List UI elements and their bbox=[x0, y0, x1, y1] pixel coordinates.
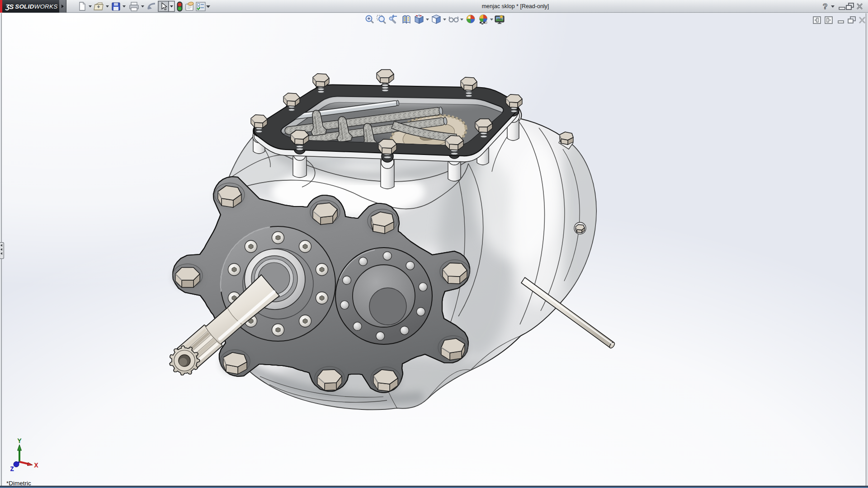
socket-screw bbox=[316, 263, 328, 276]
plate-hex-bolt bbox=[175, 267, 200, 287]
plate-hex-bolt bbox=[317, 370, 342, 390]
triad-z-label: Z bbox=[10, 466, 14, 472]
brand-name: SOLIDWORKS bbox=[15, 3, 57, 10]
collapse-left-pane-button[interactable] bbox=[813, 17, 821, 23]
svg-text:?: ? bbox=[823, 2, 827, 11]
plate-hex-bolt bbox=[223, 352, 247, 374]
plate-hex-bolt bbox=[313, 203, 337, 225]
dome-bolt bbox=[376, 332, 385, 340]
stud-hex-head bbox=[377, 70, 394, 83]
previous-view-button[interactable] bbox=[389, 15, 397, 23]
stud-hex-head bbox=[475, 119, 492, 132]
expand-arrow-icon bbox=[61, 5, 64, 8]
socket-screw bbox=[272, 324, 284, 336]
title-bar: ƷS SOLIDWORKS bbox=[0, 0, 868, 13]
triad-z-axis: Z bbox=[10, 462, 19, 473]
plate-hex-bolt bbox=[371, 212, 394, 234]
open-caret-icon[interactable] bbox=[106, 5, 109, 8]
dome-bolt bbox=[383, 252, 392, 260]
dome-bolt bbox=[343, 276, 351, 285]
dome-hex-bolt-2 bbox=[576, 225, 585, 233]
collapse-arrow-icon bbox=[0, 244, 2, 247]
dome-bolt bbox=[400, 326, 409, 335]
dome-bolt bbox=[359, 257, 368, 266]
print-caret-icon[interactable] bbox=[141, 5, 144, 8]
open-button[interactable] bbox=[94, 3, 103, 10]
viewport-3d-scene[interactable] bbox=[2, 13, 866, 486]
new-document-button[interactable] bbox=[80, 2, 85, 10]
socket-screw bbox=[299, 315, 311, 327]
view-orientation-button[interactable] bbox=[415, 15, 423, 23]
plate-hex-bolt bbox=[218, 186, 241, 207]
save-button[interactable] bbox=[112, 3, 120, 10]
triad-y-axis: Y bbox=[18, 438, 22, 462]
display-style-button[interactable] bbox=[432, 15, 440, 23]
triad-x-label: X bbox=[34, 462, 38, 469]
dome-bolt bbox=[406, 261, 415, 270]
dome-bolt bbox=[340, 301, 349, 310]
socket-screw bbox=[228, 263, 241, 276]
zoom-to-area-button[interactable] bbox=[377, 15, 386, 23]
new-doc-caret-icon[interactable] bbox=[89, 5, 92, 8]
restore-button[interactable] bbox=[846, 3, 854, 9]
display-style-caret-icon[interactable] bbox=[443, 19, 446, 21]
hide-show-caret-icon[interactable] bbox=[460, 19, 463, 21]
triad-y-label: Y bbox=[18, 438, 21, 444]
stud-hex-head bbox=[445, 136, 463, 150]
view-orientation-label: *Dimetric bbox=[6, 480, 31, 487]
edit-appearance-hud-button[interactable] bbox=[467, 15, 475, 23]
doc-close-button[interactable] bbox=[859, 17, 865, 23]
headsup-toolbar bbox=[364, 14, 505, 25]
stud-hex-head bbox=[461, 77, 477, 90]
brand-name-works: WORKS bbox=[34, 3, 57, 10]
toolbar-caret[interactable] bbox=[204, 0, 213, 13]
stud-hex-head bbox=[378, 139, 396, 154]
print-button[interactable] bbox=[130, 2, 138, 11]
window-title: menjac sklop * [Read-only] bbox=[407, 0, 624, 13]
edit-appearance-button[interactable] bbox=[186, 2, 193, 10]
socket-screw bbox=[316, 292, 328, 304]
section-view-button[interactable] bbox=[403, 16, 410, 23]
close-button[interactable] bbox=[857, 4, 862, 9]
view-orientation-caret-icon[interactable] bbox=[426, 19, 429, 21]
doc-restore-button[interactable] bbox=[848, 17, 855, 23]
feature-tree-collapsed-tab[interactable] bbox=[0, 242, 4, 259]
collapse-arrow-icon bbox=[0, 248, 2, 251]
collapse-arrow-icon bbox=[0, 252, 2, 255]
menu-expand-tab[interactable] bbox=[59, 0, 66, 13]
status-bar bbox=[0, 486, 868, 488]
dome-hex-bolt bbox=[560, 132, 573, 145]
zoom-to-fit-button[interactable] bbox=[366, 16, 374, 23]
plate-hex-bolt bbox=[443, 263, 467, 284]
socket-screw bbox=[245, 240, 257, 253]
help-caret-icon[interactable] bbox=[831, 5, 835, 8]
minimize-button[interactable] bbox=[839, 7, 845, 9]
doc-minimize-button[interactable] bbox=[838, 21, 844, 23]
stud-hex-head bbox=[506, 94, 522, 108]
apply-scene-caret-icon[interactable] bbox=[490, 19, 493, 21]
apply-scene-button[interactable] bbox=[480, 15, 487, 25]
undo-button[interactable] bbox=[148, 4, 155, 9]
select-tool-button[interactable] bbox=[158, 1, 175, 12]
headsup-caret-last[interactable] bbox=[496, 14, 504, 25]
window-controls: ? bbox=[813, 0, 865, 13]
plate-hex-bolt bbox=[373, 370, 398, 391]
main-toolbar bbox=[76, 0, 216, 13]
stud-hex-head bbox=[313, 74, 329, 87]
dassault-logo-glyph: ƷS bbox=[5, 3, 13, 10]
triad-x-axis: X bbox=[19, 462, 38, 469]
collapse-right-pane-button[interactable] bbox=[825, 17, 832, 23]
rebuild-traffic-light-icon[interactable] bbox=[177, 2, 182, 11]
options-form-button[interactable] bbox=[196, 2, 205, 11]
help-button[interactable]: ? bbox=[823, 2, 835, 11]
socket-screw bbox=[272, 232, 284, 244]
socket-screw bbox=[299, 240, 311, 253]
document-window-controls bbox=[813, 15, 866, 25]
stud-hex-head bbox=[291, 130, 309, 145]
stud-hex-head bbox=[251, 115, 267, 128]
side-cover bbox=[335, 248, 432, 344]
hide-show-items-button[interactable] bbox=[449, 17, 458, 22]
dome-bolt bbox=[419, 283, 427, 291]
orientation-triad: Y X Z bbox=[5, 436, 54, 479]
save-caret-icon[interactable] bbox=[123, 5, 126, 8]
